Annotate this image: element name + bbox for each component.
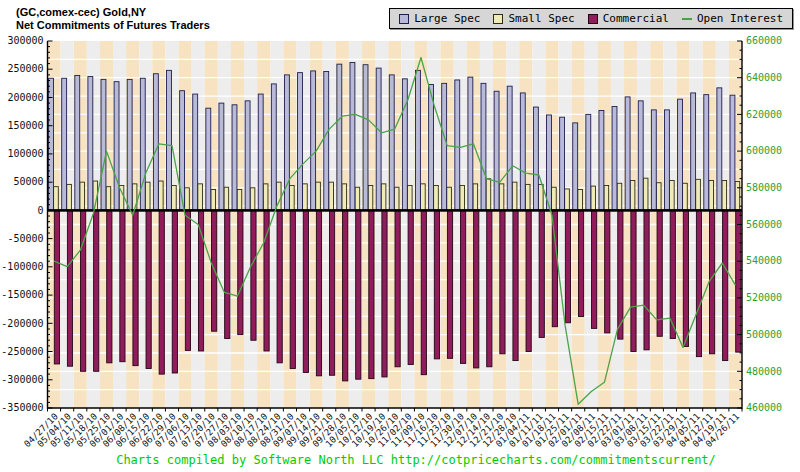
legend-swatch-open-interest-icon — [682, 18, 692, 20]
footer-caption: Charts compiled by Software North LLC ht… — [16, 453, 800, 467]
zero-line — [48, 209, 743, 212]
svg-text:0: 0 — [37, 205, 43, 216]
svg-text:-50000: -50000 — [7, 233, 43, 244]
right-axis-labels: 6600006400006200006000005800005600005400… — [746, 35, 782, 413]
svg-text:250000: 250000 — [7, 63, 43, 74]
legend-label-open-interest: Open Interest — [697, 12, 783, 25]
legend-item-open-interest: Open Interest — [682, 12, 783, 25]
legend-label-commercial: Commercial — [603, 12, 669, 25]
svg-text:660000: 660000 — [746, 35, 782, 46]
svg-text:520000: 520000 — [746, 292, 782, 303]
svg-text:-300000: -300000 — [1, 374, 43, 385]
legend-label-large-spec: Large Spec — [414, 12, 480, 25]
svg-text:150000: 150000 — [7, 120, 43, 131]
left-axis-labels: 300000250000200000150000100000500000-500… — [1, 35, 43, 413]
plot-area: 300000250000200000150000100000500000-500… — [0, 0, 800, 472]
legend-item-commercial: Commercial — [588, 12, 669, 25]
chart-title-symbol: (GC,comex-cec) Gold,NY — [16, 6, 210, 19]
legend-label-small-spec: Small Spec — [508, 12, 574, 25]
svg-text:100000: 100000 — [7, 148, 43, 159]
svg-text:50000: 50000 — [13, 176, 43, 187]
chart-title-subtitle: Net Commitments of Futures Traders — [16, 19, 210, 32]
svg-text:500000: 500000 — [746, 329, 782, 340]
legend-item-large-spec: Large Spec — [399, 12, 480, 25]
svg-text:580000: 580000 — [746, 182, 782, 193]
date-labels: 04/27/1005/04/1005/11/1005/18/1005/25/10… — [22, 411, 741, 449]
cot-chart-screen: 300000250000200000150000100000500000-500… — [0, 0, 800, 472]
svg-text:600000: 600000 — [746, 145, 782, 156]
svg-text:640000: 640000 — [746, 72, 782, 83]
legend: Large Spec Small Spec Commercial Open In… — [389, 8, 793, 29]
svg-text:-150000: -150000 — [1, 289, 43, 300]
svg-text:-100000: -100000 — [1, 261, 43, 272]
legend-swatch-small-spec-icon — [493, 14, 503, 24]
svg-text:-350000: -350000 — [1, 402, 43, 413]
svg-text:200000: 200000 — [7, 92, 43, 103]
chart-title: (GC,comex-cec) Gold,NY Net Commitments o… — [16, 6, 210, 32]
svg-text:480000: 480000 — [746, 366, 782, 377]
svg-text:-250000: -250000 — [1, 346, 43, 357]
svg-text:460000: 460000 — [746, 402, 782, 413]
svg-text:300000: 300000 — [7, 35, 43, 46]
cot-chart-svg: 300000250000200000150000100000500000-500… — [0, 0, 800, 472]
legend-swatch-large-spec-icon — [399, 14, 409, 24]
svg-text:540000: 540000 — [746, 255, 782, 266]
svg-text:620000: 620000 — [746, 109, 782, 120]
legend-swatch-commercial-icon — [588, 14, 598, 24]
svg-text:560000: 560000 — [746, 219, 782, 230]
svg-text:-200000: -200000 — [1, 318, 43, 329]
legend-item-small-spec: Small Spec — [493, 12, 574, 25]
